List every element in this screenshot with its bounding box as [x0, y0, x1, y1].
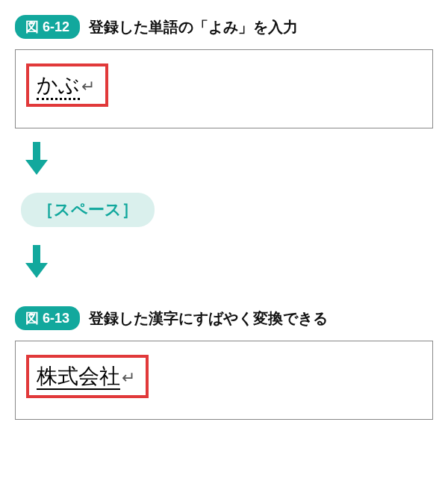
space-key-label: ［スペース］: [21, 193, 155, 227]
text-input-box-2: 株式会社↵: [15, 341, 433, 420]
highlight-frame-1: かぶ↵: [26, 63, 108, 107]
converted-kanji-text: 株式会社: [37, 365, 120, 390]
figure-header-2: 図 6-13 登録した漢字にすばやく変換できる: [15, 306, 433, 330]
figure-caption-2: 登録した漢字にすばやく変換できる: [89, 308, 328, 329]
figure-caption-1: 登録した単語の「よみ」を入力: [89, 17, 298, 37]
return-symbol-1: ↵: [81, 77, 95, 96]
return-symbol-2: ↵: [122, 368, 135, 387]
arrow-down-icon-2: [25, 245, 433, 278]
arrow-down-icon-1: [25, 142, 433, 175]
figure-badge-1: 図 6-12: [15, 15, 80, 39]
svg-rect-0: [33, 142, 40, 161]
svg-marker-1: [25, 160, 48, 175]
figure-badge-2: 図 6-13: [15, 306, 80, 330]
text-input-box-1: かぶ↵: [15, 49, 433, 128]
key-label-container: ［スペース］: [15, 188, 433, 232]
svg-rect-2: [33, 245, 40, 264]
input-reading-text: かぶ: [37, 73, 80, 100]
highlight-frame-2: 株式会社↵: [26, 355, 149, 398]
figure-header-1: 図 6-12 登録した単語の「よみ」を入力: [15, 15, 433, 39]
svg-marker-3: [25, 263, 48, 278]
